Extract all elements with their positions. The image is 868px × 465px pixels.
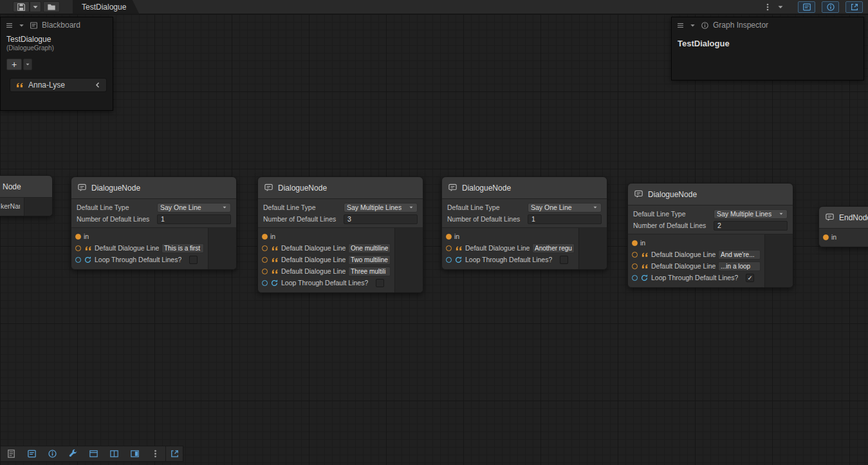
expand-button[interactable] xyxy=(165,446,183,461)
port-dot[interactable] xyxy=(262,257,268,263)
dialogue-4-node[interactable]: DialogueNodeDefault Line TypeSay Multipl… xyxy=(627,183,793,288)
end-node[interactable]: EndNodein xyxy=(818,206,868,247)
blackboard-panel: Blackboard TestDialogue (DialogueGraph) … xyxy=(0,17,113,111)
graph-canvas[interactable]: Blackboard TestDialogue (DialogueGraph) … xyxy=(0,14,868,465)
graph-tab[interactable]: TestDialogue xyxy=(73,0,139,14)
add-variable-button[interactable]: + xyxy=(6,59,22,70)
preview-toggle[interactable] xyxy=(124,446,145,461)
node-title-bar: DialogueNode xyxy=(628,184,793,205)
toggle-preview[interactable] xyxy=(845,1,863,13)
output-ports xyxy=(24,198,52,216)
property-label: Default Line Type xyxy=(633,210,711,218)
port-dot[interactable] xyxy=(262,245,268,251)
port-dot[interactable] xyxy=(632,240,638,246)
loop-checkbox[interactable] xyxy=(560,256,568,264)
line-type-dropdown[interactable]: Say One Line xyxy=(528,203,602,213)
port-dot[interactable] xyxy=(632,275,638,281)
port-dot[interactable] xyxy=(823,234,829,240)
number-of-lines-field[interactable]: 1 xyxy=(157,214,231,224)
dialogue-line-field[interactable]: One multiline xyxy=(348,243,391,253)
port-dot[interactable] xyxy=(75,245,81,251)
loop-checkbox[interactable] xyxy=(746,274,754,282)
port-dot[interactable] xyxy=(262,269,268,274)
chevron-left-icon[interactable] xyxy=(94,81,102,89)
node-ports: inDefault Dialogue Line 1And we're...Def… xyxy=(628,234,793,287)
node-title: DialogueNode xyxy=(278,184,327,193)
inspector-header[interactable]: Graph Inspector xyxy=(672,17,863,33)
options-dropdown[interactable] xyxy=(775,1,786,12)
port-control: And we're... xyxy=(718,250,761,260)
property-row: Default Line TypeSay Multiple Lines xyxy=(258,202,423,213)
port-dot[interactable] xyxy=(632,263,638,269)
blackboard-variable-row[interactable]: Anna-Lyse xyxy=(10,78,107,92)
port-dot[interactable] xyxy=(632,252,638,258)
dialogue-line-field[interactable]: Three multili xyxy=(348,267,391,276)
start-node[interactable]: NodekerName xyxy=(0,175,53,216)
options-menu[interactable] xyxy=(759,1,776,12)
input-port-row: in xyxy=(823,231,868,243)
doc-icon xyxy=(6,449,16,459)
port-dot[interactable] xyxy=(75,234,81,240)
port-dot[interactable] xyxy=(262,234,268,240)
number-of-lines-field[interactable]: 2 xyxy=(714,221,788,231)
line-type-dropdown[interactable]: Say Multiple Lines xyxy=(344,203,418,213)
port-label: Loop Through Default Lines? xyxy=(465,256,552,263)
dialogue-line-field[interactable]: Two multiline xyxy=(348,255,391,265)
tools-button[interactable] xyxy=(62,446,83,461)
port-dot[interactable] xyxy=(75,257,81,263)
toolbar-left-group xyxy=(13,1,60,12)
port-dot[interactable] xyxy=(262,280,268,286)
port-label: Default Dialogue Line 1 xyxy=(281,244,346,252)
more-menu[interactable] xyxy=(145,446,165,461)
blackboard-header[interactable]: Blackboard xyxy=(1,17,113,33)
file-button[interactable] xyxy=(1,446,21,461)
port-label: Loop Through Default Lines? xyxy=(651,274,738,281)
dialogue-1-node[interactable]: DialogueNodeDefault Line TypeSay One Lin… xyxy=(71,176,237,270)
port-control: One multiline xyxy=(348,243,391,253)
input-port-row: in xyxy=(632,237,761,249)
loop-checkbox[interactable] xyxy=(189,256,198,264)
dialogue-line-field[interactable]: Another regu xyxy=(532,243,575,253)
columns-icon xyxy=(109,449,119,459)
dialogue-line-field[interactable]: This is a first xyxy=(162,243,204,253)
dialogue-3-node[interactable]: DialogueNodeDefault Line TypeSay One Lin… xyxy=(441,176,607,270)
dialogue-line-field[interactable]: ...in a loop xyxy=(718,261,761,271)
port-label: kerName xyxy=(1,202,20,210)
input-ports: inDefault Dialogue Line 1And we're...Def… xyxy=(628,234,764,287)
dialogue-2-node[interactable]: DialogueNodeDefault Line TypeSay Multipl… xyxy=(257,176,423,293)
folder-icon xyxy=(47,3,56,12)
number-of-lines-field[interactable]: 3 xyxy=(344,214,418,224)
quote-icon xyxy=(454,244,463,252)
toggle-blackboard[interactable] xyxy=(21,446,42,461)
open-graph-button[interactable] xyxy=(43,1,60,12)
save-button[interactable] xyxy=(13,1,30,12)
inspector-title: Graph Inspector xyxy=(713,21,768,30)
info-icon xyxy=(701,21,709,30)
node-title: EndNode xyxy=(839,213,868,222)
port-dot[interactable] xyxy=(446,245,452,251)
port-control: Another regu xyxy=(532,243,575,253)
toggle-icon xyxy=(130,449,140,459)
panels-button[interactable] xyxy=(104,446,124,461)
node-title: DialogueNode xyxy=(648,190,697,199)
line-type-dropdown[interactable]: Say Multiple Lines xyxy=(714,209,788,219)
port-dot[interactable] xyxy=(446,234,452,240)
port-dot[interactable] xyxy=(446,257,452,263)
property-row: Number of Default Lines3 xyxy=(258,213,423,225)
node-title-bar: DialogueNode xyxy=(442,177,607,199)
save-icon xyxy=(17,3,26,12)
line-type-dropdown[interactable]: Say One Line xyxy=(157,203,231,213)
add-variable-dropdown[interactable] xyxy=(23,59,32,70)
dialogue-line-field[interactable]: And we're... xyxy=(718,250,761,260)
input-ports: inDefault Dialogue LineAnother reguLoop … xyxy=(442,228,578,269)
toggle-graph-inspector[interactable] xyxy=(42,446,62,461)
save-options-dropdown[interactable] xyxy=(30,1,41,12)
toggle-graph-inspector[interactable] xyxy=(822,1,839,13)
port-label: in xyxy=(831,233,836,241)
window-icon xyxy=(89,449,98,459)
loop-checkbox[interactable] xyxy=(376,279,384,287)
window-button[interactable] xyxy=(83,446,104,461)
toggle-blackboard[interactable] xyxy=(798,1,815,13)
property-label: Number of Default Lines xyxy=(263,215,341,223)
number-of-lines-field[interactable]: 1 xyxy=(528,214,602,224)
